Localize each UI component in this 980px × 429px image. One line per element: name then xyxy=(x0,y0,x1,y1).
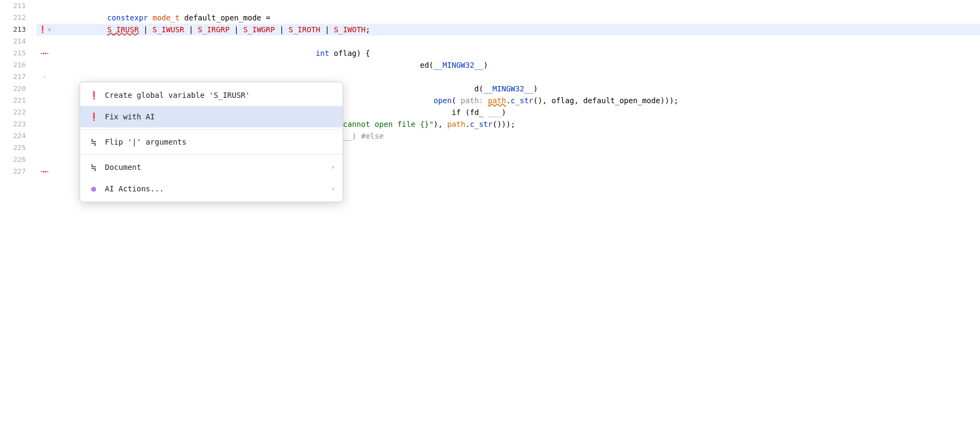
gutter-222 xyxy=(37,106,53,118)
line-num-215: 215 xyxy=(0,47,26,59)
line-num-227: 227 xyxy=(0,166,26,177)
gutter-215: →← xyxy=(37,47,53,59)
gutter-225 xyxy=(37,142,53,154)
arrow-icon-227: →← xyxy=(40,166,49,177)
chevron-icon-217: › xyxy=(43,71,47,83)
menu-item-document[interactable]: ≒ Document › xyxy=(80,156,343,178)
gutter-212 xyxy=(37,12,53,24)
error-icon-213: ❗ xyxy=(38,24,47,35)
menu-item-flip[interactable]: ≒ Flip '|' arguments xyxy=(80,131,343,153)
line-num-214: 214 xyxy=(0,35,26,47)
line-num-225: 225 xyxy=(0,142,26,154)
menu-divider-1 xyxy=(80,129,343,130)
gutter-226 xyxy=(37,154,53,166)
menu-item-fix-ai-label: Fix with AI xyxy=(105,112,335,121)
code-line-216: ed(__MINGW32__) xyxy=(37,59,980,71)
line-num-213: 213 xyxy=(0,24,26,35)
gutter-214 xyxy=(37,35,53,47)
menu-item-create-global[interactable]: ❗ Create global variable 'S_IRUSR' xyxy=(80,84,343,106)
menu-item-create-global-label: Create global variable 'S_IRUSR' xyxy=(105,91,335,99)
line-num-224: 224 xyxy=(0,130,26,142)
gutter-224 xyxy=(37,130,53,142)
submenu-arrow-ai: › xyxy=(331,185,335,192)
error-icon-create: ❗ xyxy=(88,89,100,101)
gutter-223 xyxy=(37,118,53,130)
gutter-213[interactable]: ❗ ∨ xyxy=(37,24,53,35)
line-num-212: 212 xyxy=(0,12,26,24)
line-numbers: 211 212 213 214 215 216 217 220 221 222 … xyxy=(0,0,32,429)
menu-divider-2 xyxy=(80,154,343,155)
editor-container: 211 212 213 214 215 216 217 220 221 222 … xyxy=(0,0,980,429)
line-num-220: 220 xyxy=(0,83,26,95)
gutter-217[interactable]: › xyxy=(37,71,53,83)
gutter-216 xyxy=(37,59,53,71)
menu-item-ai-actions-label: AI Actions... xyxy=(105,184,331,193)
menu-item-fix-ai[interactable]: ❗ Fix with AI xyxy=(80,106,343,127)
line-num-216: 216 xyxy=(0,59,26,71)
badge-chevron-213: ∨ xyxy=(48,24,51,35)
gutter-227: →← xyxy=(37,166,53,177)
context-menu: ❗ Create global variable 'S_IRUSR' ❗ Fix… xyxy=(80,82,343,202)
submenu-arrow-document: › xyxy=(331,163,335,171)
error-icon-fix: ❗ xyxy=(88,111,100,123)
menu-item-ai-actions[interactable]: ⊛ AI Actions... › xyxy=(80,178,343,199)
code-area: constexpr mode_t default_open_mode = ❗ ∨… xyxy=(32,0,980,429)
doc-icon-menu: ≒ xyxy=(88,161,100,173)
menu-item-flip-label: Flip '|' arguments xyxy=(105,138,335,146)
line-num-223: 223 xyxy=(0,118,26,130)
line-num-222: 222 xyxy=(0,106,26,118)
gutter-211 xyxy=(37,0,53,12)
arrow-icon-215: →← xyxy=(40,47,49,59)
gutter-221 xyxy=(37,95,53,106)
menu-item-document-label: Document xyxy=(105,163,331,171)
line-num-211: 211 xyxy=(0,0,26,12)
gutter-220 xyxy=(37,83,53,95)
error-badge-213[interactable]: ❗ ∨ xyxy=(38,24,51,35)
code-line-213: ❗ ∨ S_IRUSR | S_IWUSR | S_IRGRP | S_IWGR… xyxy=(37,24,980,35)
line-num-226: 226 xyxy=(0,154,26,166)
flip-icon-menu: ≒ xyxy=(88,136,100,148)
line-num-221: 221 xyxy=(0,95,26,106)
ai-icon-menu: ⊛ xyxy=(88,183,100,195)
line-num-217: 217 xyxy=(0,71,26,83)
